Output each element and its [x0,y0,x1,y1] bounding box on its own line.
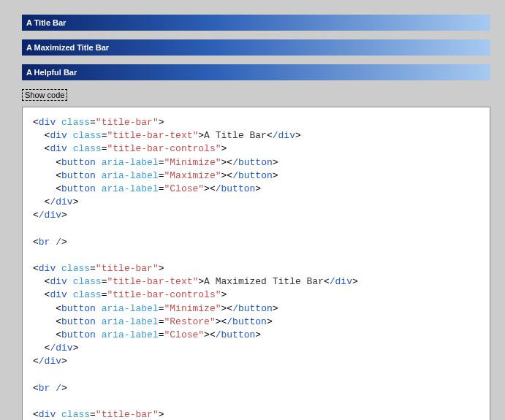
title-bar-2[interactable]: A Maximized Title Bar [22,39,490,56]
title-bar-1[interactable]: A Title Bar [22,15,490,31]
show-code-button[interactable]: Show code [22,89,67,101]
title-bar-text: A Title Bar [26,18,487,27]
title-bar-text: A Helpful Bar [26,68,487,77]
page-root: A Title Bar A Maximized Title Bar A Help… [0,0,505,420]
code-snippet: <div class="title-bar"> <div class="titl… [22,107,490,420]
title-bar-text: A Maximized Title Bar [26,43,487,52]
title-bar-3[interactable]: A Helpful Bar [22,64,490,80]
